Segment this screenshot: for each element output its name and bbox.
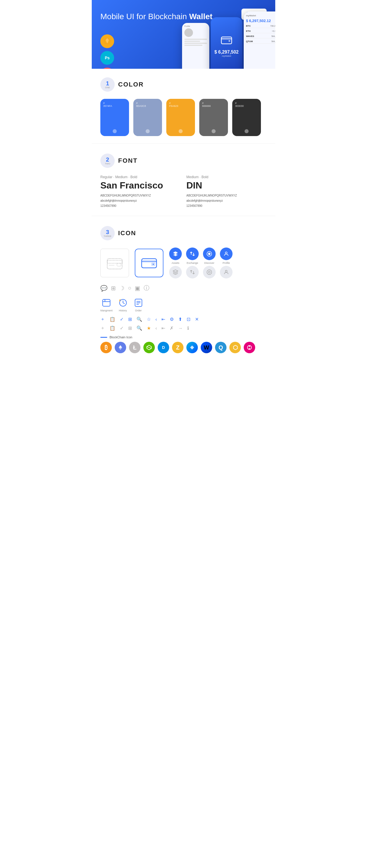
- phone-right: myWallet $ 6,297,502.12 BTC738-2003 ETH+…: [244, 11, 275, 69]
- history-icon: [118, 298, 128, 308]
- order-icon: [133, 298, 144, 308]
- coin-eth: [115, 342, 126, 353]
- history-icon-item: History: [118, 298, 128, 312]
- svg-point-14: [153, 264, 154, 265]
- svg-point-27: [119, 299, 120, 300]
- svg-point-17: [207, 270, 212, 275]
- exchange-icon-filled: [186, 248, 199, 260]
- star-icon: ☆: [147, 316, 151, 322]
- check-icon-gray: ✓: [120, 326, 123, 331]
- phone-left: Profile: [182, 23, 209, 69]
- wallet-svg: [221, 35, 232, 45]
- svg-point-19: [225, 252, 227, 254]
- sf-numbers: 1234567890: [101, 204, 181, 209]
- management-icon-item: Mangment: [101, 298, 113, 312]
- coin-dash: D: [158, 342, 169, 353]
- wallet-blue-icon: [135, 249, 163, 277]
- icon-main-row: Assets Exchange: [101, 248, 266, 292]
- search-icon[interactable]: 🔍: [137, 316, 142, 322]
- din-uppercase: ABCDEFGHIJKLMNOPQRSTUVWXYZ: [186, 193, 266, 198]
- hero-section: Mobile UI for Blockchain Wallet UI Kit P…: [92, 0, 275, 69]
- add-icon-gray: ＋: [101, 325, 105, 331]
- nav-item-discover: Discover: [203, 248, 216, 278]
- management-icon: [101, 298, 112, 308]
- back-icon: ‹: [156, 317, 157, 322]
- coin-waves: W: [201, 342, 212, 353]
- swatch-black: #303030: [232, 99, 261, 136]
- section-2-badge: 2 TWO: [101, 154, 115, 168]
- qr-icon: ⊞: [128, 316, 132, 322]
- icon-section: 3 THREE ICON: [92, 217, 275, 359]
- sf-lowercase: abcdefghijklmnopqrstuvwxyz: [101, 198, 181, 204]
- color-section-header: 1 ONE COLOR: [101, 78, 266, 92]
- speech-icon: ▣: [135, 285, 140, 291]
- wallet-icon-big: [221, 35, 232, 47]
- svg-line-35: [147, 347, 151, 348]
- qr-icon-gray: ⊞: [128, 326, 132, 331]
- coin-dot: [244, 342, 255, 353]
- coin-qtum: Q: [215, 342, 227, 353]
- swatch-gray-blue: #8DA0C8: [133, 99, 162, 136]
- scan-icon: ⊡: [187, 316, 190, 322]
- coin-btc: ₿: [101, 342, 112, 353]
- stack-icon: ⊞: [111, 285, 116, 291]
- svg-point-20: [225, 270, 227, 272]
- add-icon: ＋: [101, 316, 105, 322]
- svg-rect-8: [117, 263, 121, 266]
- close-icon[interactable]: ✕: [195, 316, 199, 322]
- nav-item-profile: Profile: [220, 248, 232, 278]
- sf-uppercase: ABCDEFGHIJKLMNOPQRSTUVWXYZ: [101, 193, 181, 198]
- swatch-blue: #3574FA: [101, 99, 129, 136]
- color-section: 1 ONE COLOR #3574FA #8DA0C8 #F5A623 #666…: [92, 69, 275, 142]
- chat-icon: 💬: [101, 285, 108, 291]
- sketch-icon: [103, 37, 111, 45]
- svg-point-39: [249, 348, 250, 349]
- check-icon: ✓: [120, 316, 123, 322]
- swatch-dark-gray: #666666: [199, 99, 228, 136]
- export-icon: ⬆: [178, 316, 182, 322]
- ps-label: Ps: [105, 56, 110, 60]
- hero-badges: Ps 60+ Screens: [101, 34, 114, 69]
- settings-icon[interactable]: ⚙: [170, 316, 174, 322]
- svg-rect-3: [221, 38, 232, 40]
- toolbar-icons-colored: ＋ 📋 ✓ ⊞ 🔍 ☆ ‹ ⇤ ⚙ ⬆ ⊡ ✕: [101, 316, 266, 322]
- svg-rect-2: [221, 37, 232, 44]
- din-numbers: 1234567890: [186, 204, 266, 209]
- misc-icon-group: 💬 ⊞ ☽ ○ ▣ ⓘ: [101, 284, 149, 292]
- phone-amount: $ 6,297,502: [215, 50, 239, 55]
- info-icon-gray: ℹ: [187, 326, 189, 331]
- blockchain-label-row: BlockChain Icon: [101, 336, 266, 339]
- photoshop-badge: Ps: [101, 51, 114, 65]
- coin-zcash: Z: [172, 342, 184, 353]
- forward-icon-gray: →: [178, 326, 182, 331]
- blockchain-line: [101, 337, 107, 338]
- svg-marker-36: [190, 345, 194, 349]
- exchange-icon-outline: [186, 266, 199, 278]
- screens-badge: 60+ Screens: [101, 68, 114, 69]
- document-icon-gray: 📋: [110, 326, 115, 331]
- font-sf: Regular · Medium · Bold San Francisco AB…: [101, 175, 181, 209]
- phone-mid: $ 6,297,502 myWallet: [211, 17, 242, 69]
- svg-point-5: [228, 40, 230, 42]
- color-swatches: #3574FA #8DA0C8 #F5A623 #666666 #303030: [101, 99, 266, 136]
- share-icon: ⇤: [162, 316, 165, 322]
- back-icon-gray: ‹: [156, 326, 157, 331]
- nav-icon-group: Assets Exchange: [169, 248, 232, 278]
- hero-phones: Profile $ 6,297,502 myWallet myWallet $ …: [182, 11, 275, 69]
- icon-section-header: 3 THREE ICON: [101, 226, 266, 240]
- svg-line-26: [123, 303, 124, 304]
- discover-icon-filled: [203, 248, 216, 260]
- din-lowercase: abcdefghijklmnopqrstuvwxyz: [186, 198, 266, 204]
- delete-icon-gray: ✗: [170, 326, 173, 331]
- section-1-badge: 1 ONE: [101, 78, 115, 92]
- font-section-header: 2 TWO FONT: [101, 154, 266, 168]
- font-section: 2 TWO FONT Regular · Medium · Bold San F…: [92, 145, 275, 214]
- nav-item-assets: Assets: [169, 248, 182, 278]
- svg-rect-21: [103, 299, 110, 306]
- moon-icon: ☽: [119, 285, 124, 291]
- svg-rect-7: [107, 260, 122, 263]
- share-icon-gray: ⇤: [162, 326, 165, 331]
- document-icon: 📋: [110, 316, 115, 322]
- order-icon-item: Order: [133, 298, 144, 312]
- coin-xlm: [186, 342, 198, 353]
